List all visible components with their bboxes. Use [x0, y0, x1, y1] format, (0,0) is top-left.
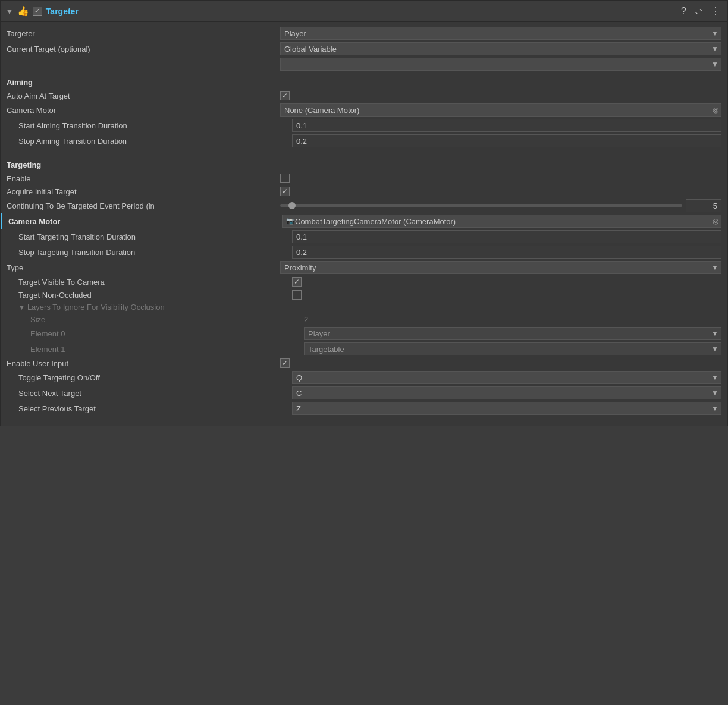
type-dropdown[interactable]: Proximity ▼: [280, 261, 721, 274]
start-targeting-input[interactable]: [292, 230, 721, 243]
element1-value: Targetable ▼: [304, 342, 721, 355]
targeter-dropdown-wrapper: Player ▼: [280, 27, 721, 40]
element0-row: Element 0 Player ▼: [1, 326, 727, 341]
camera-motor-aiming-label: Camera Motor: [7, 106, 280, 115]
enable-user-input-row: Enable User Input: [1, 357, 727, 370]
sliders-icon[interactable]: ⇌: [692, 4, 705, 18]
enable-user-input-checkbox[interactable]: [280, 358, 290, 368]
targeter-panel: ▼ 👍 ✓ Targeter ? ⇌ ⋮ Targeter Player ▼ C…: [0, 0, 728, 426]
camera-motor-targeting-row: Camera Motor 📷 CombatTargetingCameraMoto…: [1, 213, 727, 229]
target-visible-value: [292, 277, 721, 287]
camera-icon: 📷: [286, 217, 295, 225]
stop-targeting-input[interactable]: [292, 246, 721, 259]
select-next-arrow: ▼: [711, 389, 718, 397]
current-target-value: Global Variable ▼: [280, 42, 721, 55]
select-prev-dropdown[interactable]: Z ▼: [292, 402, 721, 415]
more-icon[interactable]: ⋮: [708, 4, 723, 18]
element0-arrow: ▼: [711, 329, 718, 338]
start-aiming-input[interactable]: [292, 119, 721, 132]
start-aiming-value: [292, 119, 721, 132]
select-next-row: Select Next Target C ▼: [1, 385, 727, 401]
stop-aiming-label: Stop Aiming Transition Duration: [18, 137, 292, 146]
toggle-targeting-dropdown[interactable]: Q ▼: [292, 371, 721, 384]
target-non-occluded-checkbox[interactable]: [292, 290, 302, 300]
stop-targeting-row: Stop Targeting Transition Duration: [1, 244, 727, 260]
stop-aiming-value: [292, 134, 721, 147]
current-target-sub-row: ▼: [1, 56, 727, 72]
targeter-dropdown-arrow: ▼: [711, 29, 718, 37]
panel-header: ▼ 👍 ✓ Targeter ? ⇌ ⋮: [1, 1, 727, 22]
element1-dropdown[interactable]: Targetable ▼: [304, 342, 721, 355]
stop-aiming-row: Stop Aiming Transition Duration: [1, 133, 727, 149]
stop-aiming-input[interactable]: [292, 134, 721, 147]
continuing-slider-thumb[interactable]: [288, 202, 296, 209]
auto-aim-row: Auto Aim At Target: [1, 89, 727, 102]
toggle-targeting-dropdown-wrapper: Q ▼: [292, 371, 721, 384]
camera-motor-aiming-row: Camera Motor None (Camera Motor) ◎: [1, 102, 727, 118]
type-label: Type: [7, 263, 280, 272]
camera-motor-aiming-dropdown-wrapper: None (Camera Motor) ◎: [280, 103, 721, 117]
target-visible-label: Target Visible To Camera: [18, 278, 292, 287]
targeter-dropdown[interactable]: Player ▼: [280, 27, 721, 40]
start-targeting-label: Start Targeting Transition Duration: [18, 232, 292, 241]
auto-aim-checkbox[interactable]: [280, 91, 290, 100]
camera-motor-aiming-dropdown[interactable]: None (Camera Motor) ◎: [280, 103, 721, 117]
continuing-label: Continuing To Be Targeted Event Period (…: [7, 202, 280, 210]
acquire-initial-checkbox[interactable]: [280, 187, 290, 196]
enable-value: [280, 174, 721, 183]
layers-header: ▼ Layers To Ignore For Visibility Occlus…: [1, 301, 727, 313]
toggle-targeting-value: Q ▼: [292, 371, 721, 384]
auto-aim-label: Auto Aim At Target: [7, 92, 280, 100]
start-targeting-value: [292, 230, 721, 243]
enabled-checkbox[interactable]: ✓: [33, 7, 42, 16]
start-targeting-row: Start Targeting Transition Duration: [1, 229, 727, 244]
select-next-dropdown-wrapper: C ▼: [292, 386, 721, 399]
element1-label: Element 1: [30, 345, 304, 354]
element0-dropdown-wrapper: Player ▼: [304, 327, 721, 340]
element0-dropdown[interactable]: Player ▼: [304, 327, 721, 340]
current-target-label: Current Target (optional): [7, 45, 280, 53]
start-aiming-row: Start Aiming Transition Duration: [1, 118, 727, 133]
current-target-sub-dropdown-wrapper: ▼: [280, 58, 721, 71]
auto-aim-value: [280, 91, 721, 100]
size-value: 2: [304, 315, 721, 324]
select-next-dropdown[interactable]: C ▼: [292, 386, 721, 399]
element1-row: Element 1 Targetable ▼: [1, 341, 727, 357]
continuing-value: [280, 199, 721, 212]
type-row: Type Proximity ▼: [1, 260, 727, 275]
size-row: Size 2: [1, 313, 727, 326]
select-next-value: C ▼: [292, 386, 721, 399]
select-prev-row: Select Previous Target Z ▼: [1, 401, 727, 416]
aiming-section-header: Aiming: [1, 72, 727, 89]
toggle-targeting-label: Toggle Targeting On/Off: [18, 373, 292, 382]
enable-checkbox[interactable]: [280, 174, 290, 183]
current-target-dropdown[interactable]: Global Variable ▼: [280, 42, 721, 55]
panel-title: Targeter: [46, 7, 675, 16]
camera-motor-targeting-value: 📷 CombatTargetingCameraMotor (CameraMoto…: [282, 215, 721, 228]
continuing-row: Continuing To Be Targeted Event Period (…: [1, 198, 727, 213]
collapse-icon[interactable]: ▼: [5, 7, 14, 16]
current-target-sub-dropdown[interactable]: ▼: [280, 58, 721, 71]
continuing-slider-track[interactable]: [280, 204, 682, 207]
targeting-section-header: Targeting: [1, 155, 727, 172]
select-prev-label: Select Previous Target: [18, 404, 292, 413]
camera-motor-targeting-dropdown[interactable]: 📷 CombatTargetingCameraMotor (CameraMoto…: [282, 215, 721, 228]
element0-label: Element 0: [30, 329, 304, 338]
element1-dropdown-wrapper: Targetable ▼: [304, 342, 721, 355]
continuing-slider-value[interactable]: [686, 199, 721, 212]
target-visible-checkbox[interactable]: [292, 277, 302, 287]
size-label: Size: [30, 315, 304, 324]
camera-motor-aiming-value: None (Camera Motor) ◎: [280, 103, 721, 117]
enable-user-input-value: [280, 358, 721, 368]
layers-chevron-icon[interactable]: ▼: [18, 304, 25, 311]
select-prev-value: Z ▼: [292, 402, 721, 415]
enable-label: Enable: [7, 174, 280, 183]
stop-targeting-value: [292, 246, 721, 259]
question-icon[interactable]: ?: [679, 5, 689, 18]
camera-motor-aiming-arrow: ◎: [713, 106, 718, 114]
enable-row: Enable: [1, 172, 727, 185]
toggle-targeting-arrow: ▼: [711, 373, 718, 382]
targeter-row: Targeter Player ▼: [1, 26, 727, 41]
toggle-targeting-row: Toggle Targeting On/Off Q ▼: [1, 370, 727, 385]
type-dropdown-arrow: ▼: [711, 263, 718, 272]
